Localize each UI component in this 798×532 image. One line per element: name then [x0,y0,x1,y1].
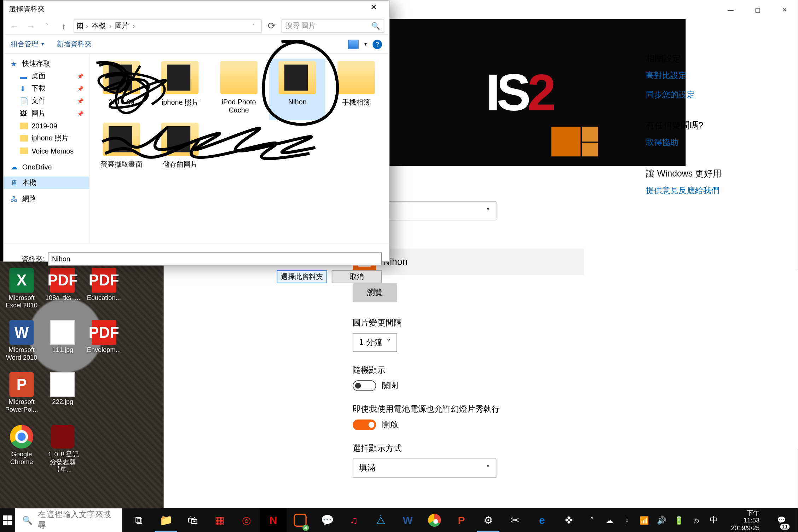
tray-overflow[interactable]: ˄ [587,516,597,525]
tree-quick-access[interactable]: ★快速存取 [4,57,89,70]
organize-menu[interactable]: 組合管理▼ [11,39,45,49]
taskbar-chrome[interactable] [421,508,448,532]
tree-desktop[interactable]: ▬桌面📌 [4,70,89,82]
breadcrumb[interactable]: 圖片 [114,21,130,31]
tree-folder[interactable]: 2019-09 [4,120,89,132]
taskbar-line[interactable]: 💬 [314,508,341,532]
wifi-icon[interactable]: 📶 [639,516,649,525]
desktop-icon-pdf[interactable]: PDFEnvelopm... [85,319,123,370]
taskbar-powerpoint[interactable]: P [448,508,475,532]
taskbar-clock[interactable]: 下午 11:53 2019/9/25 [726,509,763,532]
desktop-icon-powerpoint[interactable]: PMicrosoft PowerPoi... [2,371,41,422]
tree-downloads[interactable]: ⬇下載📌 [4,82,89,95]
help-button[interactable]: ? [372,39,382,49]
tree-pictures[interactable]: 🖼圖片📌 [4,107,89,120]
search-placeholder: 搜尋 圖片 [285,21,316,31]
tree-folder[interactable]: iphone 照片 [4,132,89,145]
refresh-button[interactable]: ⟳ [265,19,278,32]
search-input[interactable]: 搜尋 圖片 🔍 [282,19,384,32]
redaction-scribble [93,54,216,119]
taskbar-store[interactable]: 🛍 [179,508,206,532]
taskbar-edge[interactable]: e [528,508,555,532]
taskbar-app[interactable]: ▦ [206,508,233,532]
taskbar-app[interactable]: ◎ [233,508,260,532]
taskbar-word[interactable]: W [394,508,421,532]
folder-item-selected[interactable]: Nihon [270,59,325,120]
desktop-icon-shortcut[interactable]: １０８登記分發志願【單... [44,423,82,474]
taskbar-snip[interactable]: ✂ [502,508,528,532]
desktop-icon-image[interactable]: 222.jpg [44,371,82,422]
chevron-down-icon[interactable]: ˅ [248,22,259,30]
onedrive-icon[interactable]: ☁ [604,516,614,525]
taskbar-search[interactable]: 🔍 在這裡輸入文字來搜尋 [15,508,122,532]
redaction-scribble [99,124,321,177]
desktop-icon-image[interactable]: 111.jpg [44,319,82,370]
taskbar-itunes[interactable]: ♫ [341,508,368,532]
close-button[interactable]: ✕ [362,2,386,16]
tree-network[interactable]: 🖧網路 [4,192,89,205]
taskbar: 🔍 在這裡輸入文字來搜尋 ⧉ 📁 🛍 ▦ ◎ N 4 💬 ♫ ⧊ W P ⚙ ✂… [0,508,798,532]
file-grid: 2019-09 iphone 照片 iPod Photo Cache Nihon… [90,54,389,243]
new-folder-button[interactable]: 新增資料夾 [57,39,92,49]
cancel-button[interactable]: 取消 [332,270,382,283]
volume-icon[interactable]: 🔊 [657,516,667,525]
ime-indicator[interactable]: 中 [709,515,719,526]
folder-picker-dialog: 選擇資料夾 ✕ ← → ˅ ↑ 🖼 › 本機 › 圖片 › ˅ ⟳ 搜尋 圖片 … [3,0,389,262]
usb-icon[interactable]: ⎋ [691,516,701,525]
breadcrumb[interactable]: 本機 [91,21,107,31]
address-bar[interactable]: 🖼 › 本機 › 圖片 › ˅ [74,19,262,32]
taskbar-app[interactable]: ❖ [555,508,582,532]
folder-item[interactable]: 手機相簿 [328,59,384,120]
search-placeholder: 在這裡輸入文字來搜尋 [38,510,115,531]
search-icon: 🔍 [22,515,32,525]
pictures-icon: 🖼 [76,22,83,30]
taskbar-explorer[interactable]: 📁 [152,508,179,532]
back-button[interactable]: ← [8,19,21,32]
tree-documents[interactable]: 📄文件📌 [4,95,89,107]
start-button[interactable] [0,508,15,532]
taskbar-vscode[interactable]: ⧊ [368,508,394,532]
bluetooth-icon[interactable]: ᚼ [621,516,632,525]
select-folder-button[interactable]: 選擇此資料夾 [277,270,327,283]
task-view-button[interactable]: ⧉ [126,508,152,532]
system-tray: ˄ ☁ ᚼ 📶 🔊 🔋 ⎋ 中 下午 11:53 2019/9/25 💬11 [582,508,798,532]
dialog-title: 選擇資料夾 [9,4,44,14]
folder-name-input[interactable] [48,253,382,266]
tree-onedrive[interactable]: ☁OneDrive [4,161,89,173]
folder-item[interactable]: iPod Photo Cache [211,59,267,120]
nav-tree: ★快速存取 ▬桌面📌 ⬇下載📌 📄文件📌 🖼圖片📌 2019-09 iphone… [4,54,90,243]
view-button[interactable] [348,39,359,49]
up-button[interactable]: ↑ [57,19,70,32]
forward-button[interactable]: → [24,19,37,32]
folder-field-label: 資料夾: [11,254,45,264]
recent-dropdown[interactable]: ˅ [41,19,54,32]
tree-folder[interactable]: Voice Memos [4,145,89,157]
taskbar-settings[interactable]: ⚙ [475,508,502,532]
desktop-icon-chrome[interactable]: Google Chrome [2,423,41,474]
taskbar-app[interactable]: 4 [287,508,314,532]
taskbar-netflix[interactable]: N [260,508,287,532]
battery-icon[interactable]: 🔋 [674,516,684,525]
search-icon: 🔍 [371,22,380,30]
action-center-button[interactable]: 💬11 [770,508,793,532]
tree-thispc[interactable]: 🖥本機 [4,177,89,189]
desktop-icon-word[interactable]: WMicrosoft Word 2010 [2,319,41,370]
